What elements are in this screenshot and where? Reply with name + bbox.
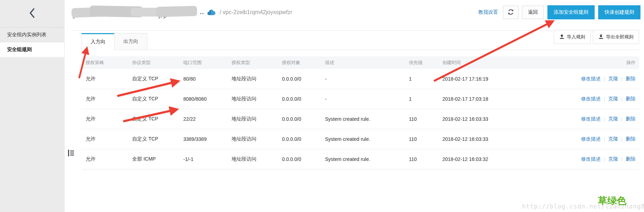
- cell-policy: 允许: [81, 76, 128, 82]
- modify-description-link[interactable]: 修改描述: [581, 96, 601, 101]
- cell-auth-type: 地址段访问: [227, 96, 278, 102]
- upload-icon: [559, 34, 564, 40]
- security-group-rules-table: 授权策略 协议类型 端口范围 授权类型 授权对象 描述 优先级 创建时间 操作 …: [81, 56, 639, 169]
- cell-policy: 允许: [81, 156, 128, 162]
- cell-actions: 修改描述|克隆|删除: [564, 116, 639, 122]
- sidebar-collapse-handle[interactable]: [67, 149, 75, 158]
- cell-port-range: 80/80: [179, 76, 227, 82]
- sidebar: 安全组内实例列表 安全组规则: [0, 0, 65, 212]
- add-security-group-rule-button[interactable]: 添加安全组规则: [547, 5, 595, 19]
- sidebar-item-label: 安全组规则: [7, 46, 32, 53]
- rule-io-buttons: 导入规则 导出全部规则: [554, 30, 639, 44]
- col-header-description: 描述: [321, 60, 405, 66]
- cell-actions: 修改描述|克隆|删除: [564, 156, 639, 162]
- table-row: 允许 全部 ICMP -1/-1 地址段访问 0.0.0.0/0 System …: [81, 149, 639, 169]
- cell-policy: 允许: [81, 116, 128, 122]
- refresh-icon: [508, 9, 514, 16]
- cell-port-range: 22/22: [179, 116, 227, 122]
- download-icon: [599, 34, 603, 40]
- table-row: 允许 自定义 TCP 8080/8080 地址段访问 0.0.0.0/0 - 1…: [81, 89, 639, 109]
- tab-strip-divider: [81, 50, 639, 50]
- modify-description-link[interactable]: 修改描述: [581, 156, 601, 162]
- cell-port-range: 3389/3389: [179, 136, 227, 142]
- table-row: 允许 自定义 TCP 22/22 地址段访问 0.0.0.0/0 System …: [81, 109, 639, 129]
- title-ellipsis: ..: [200, 9, 204, 15]
- modify-description-link[interactable]: 修改描述: [581, 76, 601, 81]
- cell-protocol: 全部 ICMP: [128, 156, 179, 162]
- cell-protocol: 自定义 TCP: [128, 136, 179, 142]
- col-header-policy: 授权策略: [81, 60, 128, 66]
- cell-description: System created rule.: [321, 116, 405, 122]
- cell-description: System created rule.: [321, 136, 405, 142]
- delete-link[interactable]: 删除: [626, 96, 636, 101]
- delete-link[interactable]: 删除: [626, 136, 636, 142]
- back-button[interactable]: 返回: [522, 6, 544, 19]
- col-header-port-range: 端口范围: [179, 60, 227, 66]
- cell-auth-object: 0.0.0.0/0: [278, 156, 321, 162]
- chevron-left-icon: [29, 8, 35, 20]
- clone-link[interactable]: 克隆: [608, 76, 618, 81]
- clone-link[interactable]: 克隆: [608, 116, 618, 121]
- cell-priority: 1: [405, 96, 438, 102]
- table-row: 允许 自定义 TCP 80/80 地址段访问 0.0.0.0/0 - 1 201…: [81, 69, 639, 89]
- delete-link[interactable]: 删除: [626, 76, 636, 81]
- tab-outbound[interactable]: 出方向: [114, 33, 147, 50]
- cell-auth-object: 0.0.0.0/0: [278, 76, 321, 82]
- help-setup-link[interactable]: 教我设置: [478, 9, 498, 15]
- export-all-rules-button[interactable]: 导出全部规则: [593, 30, 639, 44]
- tab-inbound[interactable]: 入方向: [81, 33, 115, 50]
- sidebar-back-button[interactable]: [0, 0, 64, 27]
- delete-link[interactable]: 删除: [626, 116, 636, 121]
- breadcrumb: / vpc-2zeib1rqm42joyxspwfzr: [220, 9, 292, 15]
- cell-created: 2018-02-12 16:03:32: [438, 156, 564, 162]
- cell-priority: 110: [405, 116, 438, 122]
- cell-created: 2018-02-17 17:03:18: [438, 96, 564, 102]
- cell-protocol: 自定义 TCP: [128, 96, 179, 102]
- table-header-row: 授权策略 协议类型 端口范围 授权类型 授权对象 描述 优先级 创建时间 操作: [81, 56, 639, 69]
- clone-link[interactable]: 克隆: [608, 156, 618, 162]
- sidebar-item-security-group-rules[interactable]: 安全组规则: [0, 42, 64, 57]
- cell-auth-object: 0.0.0.0/0: [278, 96, 321, 102]
- cell-protocol: 自定义 TCP: [128, 76, 179, 82]
- quick-create-rule-button[interactable]: 快速创建规则: [598, 5, 640, 19]
- cell-created: 2018-02-17 17:16:19: [438, 76, 564, 82]
- cell-actions: 修改描述|克隆|删除: [564, 136, 639, 142]
- cell-auth-type: 地址段访问: [227, 136, 278, 142]
- clone-link[interactable]: 克隆: [608, 136, 618, 142]
- collapse-panel-icon: [68, 150, 74, 158]
- sidebar-item-label: 安全组内实例列表: [7, 32, 47, 38]
- col-header-auth-type: 授权类型: [227, 60, 278, 66]
- table-row: 允许 自定义 TCP 3389/3389 地址段访问 0.0.0.0/0 Sys…: [81, 129, 639, 149]
- refresh-button[interactable]: [503, 6, 519, 19]
- cell-port-range: 8080/8080: [179, 96, 227, 102]
- cell-description: -: [321, 96, 405, 102]
- cell-priority: 110: [405, 156, 438, 162]
- cell-auth-object: 0.0.0.0/0: [278, 136, 321, 142]
- cell-auth-object: 0.0.0.0/0: [278, 116, 321, 122]
- cell-policy: 允许: [81, 136, 128, 142]
- cell-actions: 修改描述|克隆|删除: [564, 96, 639, 102]
- sidebar-item-instance-list[interactable]: 安全组内实例列表: [0, 27, 64, 42]
- cell-auth-type: 地址段访问: [227, 76, 278, 82]
- col-header-auth-object: 授权对象: [278, 60, 321, 66]
- cell-priority: 110: [405, 136, 438, 142]
- delete-link[interactable]: 删除: [626, 156, 636, 162]
- col-header-priority: 优先级: [405, 60, 438, 66]
- modify-description-link[interactable]: 修改描述: [581, 116, 601, 121]
- import-rules-button[interactable]: 导入规则: [554, 30, 591, 44]
- cell-port-range: -1/-1: [179, 156, 227, 162]
- cell-description: System created rule.: [321, 156, 405, 162]
- direction-tabs: 入方向 出方向: [81, 33, 147, 50]
- clone-link[interactable]: 克隆: [608, 96, 618, 101]
- col-header-protocol: 协议类型: [128, 60, 179, 66]
- page-title: ɡ y, p .. / vpc-2zeib1rqm42joyxspwfzr: [72, 5, 292, 19]
- cell-description: -: [321, 76, 405, 82]
- modify-description-link[interactable]: 修改描述: [581, 136, 601, 142]
- cell-actions: 修改描述|克隆|删除: [564, 76, 639, 82]
- col-header-actions: 操作: [564, 60, 639, 66]
- cell-policy: 允许: [81, 96, 128, 102]
- header-actions: 教我设置 返回 添加安全组规则 快速创建规则: [478, 5, 640, 19]
- redacted-title-scribble: ɡ y, p: [72, 5, 197, 19]
- cell-auth-type: 地址段访问: [227, 156, 278, 162]
- cloud-icon: [207, 10, 215, 15]
